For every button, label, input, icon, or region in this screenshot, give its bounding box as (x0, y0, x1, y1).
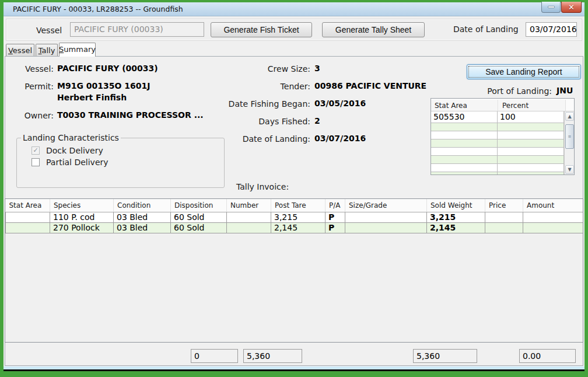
crew-size-label: Crew Size: (210, 64, 310, 74)
stat-cell[interactable] (431, 123, 498, 131)
stat-cell[interactable] (498, 156, 564, 163)
invoice-cell[interactable]: 110 P. cod (50, 212, 114, 222)
stat-cell[interactable] (431, 164, 498, 172)
invoice-cell[interactable] (485, 222, 523, 233)
date-of-landing-value: 03/07/2016 (314, 134, 366, 143)
app-window: PACIFIC FURY - 00033, LR288253 -- Ground… (0, 0, 588, 377)
invoice-cell[interactable] (6, 222, 50, 233)
invoice-cell[interactable]: P (326, 212, 345, 222)
tender-label: Tender: (210, 82, 310, 91)
tab-vessel[interactable]: Vessel (6, 44, 34, 56)
stat-cell[interactable] (431, 148, 498, 155)
generate-tally-sheet-button[interactable]: Generate Tally Sheet (322, 22, 425, 37)
vessel-value: PACIFIC FURY (00033) (57, 64, 158, 73)
landing-characteristics-title: Landing Characteristics (21, 133, 121, 142)
stat-cell[interactable] (498, 139, 564, 147)
owner-value: T0030 TRAINING PROCESSOR ... (57, 110, 204, 120)
minimize-icon (548, 6, 555, 8)
stat-cell[interactable] (498, 131, 564, 139)
days-fished-value: 2 (314, 116, 320, 125)
stat-column-header: Stat Area (431, 100, 498, 111)
invoice-cell[interactable] (345, 212, 427, 222)
stat-row (431, 172, 564, 175)
date-of-landing-input[interactable]: 03/07/2016 (526, 22, 577, 37)
stat-cell[interactable] (431, 156, 498, 163)
tab-summary[interactable]: Summary (59, 43, 96, 57)
invoice-cell[interactable] (523, 222, 583, 233)
port-of-landing-label: Port of Landing: (461, 86, 552, 96)
invoice-column-header: Number (227, 199, 271, 212)
stat-row: 505530100 (431, 111, 564, 123)
invoice-cell[interactable]: P (326, 222, 345, 233)
invoice-column-header: Sold Weight (427, 199, 485, 212)
stat-cell[interactable] (498, 172, 564, 175)
partial-delivery-option[interactable]: Partial Delivery (32, 158, 108, 167)
invoice-column-header: Condition (114, 199, 171, 212)
invoice-cell[interactable] (523, 212, 583, 222)
save-landing-report-button[interactable]: Save Landing Report (467, 64, 581, 79)
partial-delivery-label: Partial Delivery (46, 158, 108, 167)
permit-holder-value: Herbert Finfish (57, 93, 127, 102)
invoice-cell[interactable]: 3,215 (271, 212, 326, 222)
invoice-cell[interactable] (227, 222, 271, 233)
invoice-cell[interactable] (6, 212, 50, 222)
stat-area-table: Stat AreaPercent 505530100 ▲ ≡ ▼ (430, 98, 575, 175)
invoice-cell[interactable]: 3,215 (427, 212, 485, 222)
stat-row (431, 156, 564, 164)
invoice-cell[interactable]: 03 Bled (114, 222, 171, 233)
invoice-cell[interactable]: 60 Sold (171, 222, 227, 233)
invoice-cell[interactable]: 2,145 (427, 222, 485, 233)
tender-value: 00986 PACIFIC VENTURE (314, 81, 426, 90)
stat-cell[interactable]: 505530 (431, 111, 498, 123)
date-of-landing-toolbar-label: Date of Landing (453, 25, 519, 34)
dock-delivery-checkbox (32, 146, 40, 155)
invoice-row: 270 Pollock03 Bled60 Sold2,145P2,145 (6, 222, 583, 233)
date-fishing-began-value: 03/05/2016 (314, 99, 366, 108)
invoice-table-body: 110 P. cod03 Bled60 Sold3,215P3,215270 P… (6, 212, 583, 233)
stat-cell[interactable] (431, 172, 498, 175)
stat-row (431, 123, 564, 131)
invoice-column-header: Price (485, 199, 523, 212)
dock-delivery-label: Dock Delivery (46, 146, 103, 155)
invoice-column-header: Amount (523, 199, 583, 212)
minimize-button[interactable] (541, 2, 561, 13)
invoice-row: 110 P. cod03 Bled60 Sold3,215P3,215 (6, 212, 583, 222)
title-bar[interactable]: PACIFIC FURY - 00033, LR288253 -- Ground… (4, 2, 584, 16)
invoice-cell[interactable]: 60 Sold (171, 212, 227, 222)
invoice-cell[interactable]: 270 Pollock (50, 222, 114, 233)
scroll-thumb[interactable]: ≡ (565, 124, 574, 149)
stat-area-table-body: 505530100 (431, 111, 564, 174)
invoice-cell[interactable] (485, 212, 523, 222)
vessel-toolbar-label: Vessel (36, 26, 62, 35)
generate-fish-ticket-button[interactable]: Generate Fish Ticket (211, 22, 312, 37)
stat-cell[interactable] (498, 123, 564, 131)
invoice-cell[interactable]: 2,145 (271, 222, 326, 233)
sold-weight-total-box: 5,360 (413, 349, 477, 363)
close-button[interactable]: ✕ (561, 2, 582, 13)
stat-row (431, 131, 564, 139)
stat-row (431, 139, 564, 148)
days-fished-label: Days Fished: (210, 117, 310, 126)
port-of-landing-value: JNU (556, 86, 573, 95)
invoice-cell[interactable] (227, 212, 271, 222)
date-fishing-began-label: Date Fishing Began: (210, 99, 310, 109)
scroll-down-icon[interactable]: ▼ (565, 165, 574, 174)
stat-cell[interactable] (431, 139, 498, 147)
scroll-up-icon[interactable]: ▲ (565, 112, 574, 121)
stat-cell[interactable] (498, 148, 564, 155)
stat-area-scrollbar[interactable]: ▲ ≡ ▼ (564, 111, 574, 174)
tab-tally[interactable]: Tally (36, 44, 58, 56)
vessel-input: PACIFIC FURY (00033) (70, 22, 204, 37)
stat-cell[interactable] (431, 131, 498, 139)
partial-delivery-checkbox[interactable] (32, 158, 40, 166)
stat-area-table-header: Stat AreaPercent (431, 99, 574, 111)
tally-invoice-table: Stat AreaSpeciesConditionDispositionNumb… (5, 198, 583, 343)
owner-label: Owner: (6, 111, 54, 120)
number-total-box: 0 (191, 349, 238, 363)
invoice-cell[interactable] (345, 222, 427, 233)
stat-cell[interactable]: 100 (498, 111, 564, 123)
stat-cell[interactable] (498, 164, 564, 172)
vessel-label: Vessel: (6, 64, 54, 74)
invoice-cell[interactable]: 03 Bled (114, 212, 171, 222)
invoice-column-header: Stat Area (6, 199, 50, 212)
